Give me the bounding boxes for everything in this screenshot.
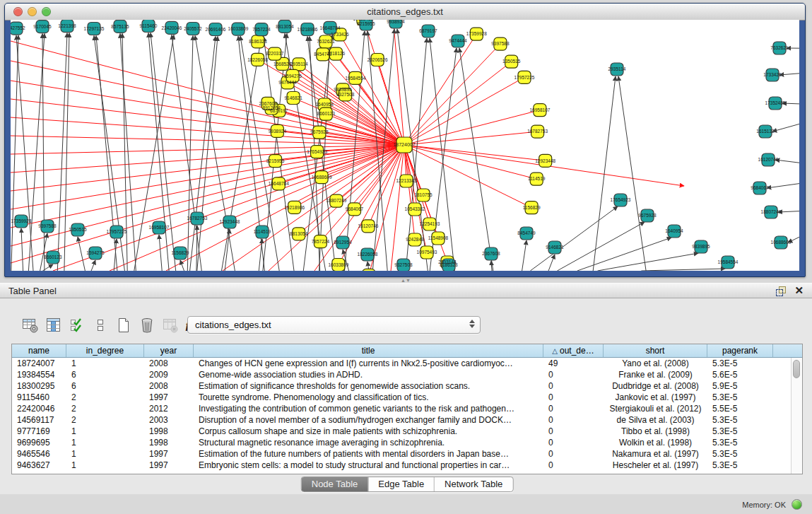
cell-name[interactable]: 9699695 — [12, 437, 66, 448]
cell-title[interactable]: Genome-wide association studies in ADHD. — [194, 369, 543, 380]
cell-out_degree[interactable]: 0 — [543, 426, 604, 437]
cell-name[interactable]: 18724007 — [12, 358, 66, 369]
cell-title[interactable]: Tourette syndrome. Phenomenology and cla… — [194, 392, 543, 403]
close-panel-icon[interactable]: ✕ — [794, 285, 804, 296]
cell-name[interactable]: 19384554 — [12, 369, 66, 380]
cell-title[interactable]: Corpus callosum shape and size in male p… — [194, 426, 543, 437]
cell-pagerank[interactable]: 5.9E-5 — [707, 380, 773, 392]
cell-year[interactable]: 2008 — [144, 358, 194, 369]
cell-year[interactable]: 1998 — [144, 426, 194, 437]
cell-name[interactable]: 9463627 — [12, 460, 66, 471]
cell-short[interactable]: Stergiakouli et al. (2012) — [604, 403, 707, 414]
cell-short[interactable]: Dudbridge et al. (2008) — [604, 380, 707, 392]
cell-title[interactable]: Disruption of a novel member of a sodium… — [194, 414, 543, 426]
cell-out_degree[interactable]: 0 — [543, 437, 604, 448]
vertical-scrollbar[interactable] — [791, 358, 802, 474]
cell-in_degree[interactable]: 1 — [66, 460, 144, 471]
cell-year[interactable]: 2008 — [144, 380, 194, 392]
column-header-in_degree[interactable]: in_degree — [66, 344, 144, 357]
cell-title[interactable]: Embryonic stem cells: a model to study s… — [194, 460, 543, 471]
new-column-button[interactable] — [114, 316, 133, 334]
cell-short[interactable]: Tibbo et al. (1998) — [604, 426, 707, 437]
cell-year[interactable]: 1997 — [144, 448, 194, 460]
table-row[interactable]: 1456911722003Disruption of a novel membe… — [12, 414, 802, 426]
scrollbar-thumb[interactable] — [793, 360, 800, 378]
cell-title[interactable]: Changes of HCN gene expression and I(f) … — [194, 358, 543, 369]
cell-name[interactable]: 9777169 — [12, 426, 66, 437]
select-all-button[interactable] — [68, 316, 86, 334]
column-header-pagerank[interactable]: pagerank — [707, 344, 773, 357]
cell-out_degree[interactable]: 0 — [543, 448, 604, 460]
table-row[interactable]: 946362711997Embryonic stem cells: a mode… — [12, 460, 802, 471]
cell-name[interactable]: 9115460 — [12, 392, 66, 403]
cell-name[interactable]: 14569117 — [12, 414, 66, 426]
cell-short[interactable]: Yano et al. (2008) — [604, 358, 707, 369]
cell-pagerank[interactable]: 5.3E-5 — [707, 437, 773, 448]
cell-name[interactable]: 22420046 — [12, 403, 66, 414]
table-selector[interactable]: citations_edges.txt — [187, 316, 481, 334]
cell-out_degree[interactable]: 0 — [543, 392, 604, 403]
cell-year[interactable]: 2009 — [144, 369, 194, 380]
cell-title[interactable]: Investigating the contribution of common… — [194, 403, 543, 414]
table-row[interactable]: 1872400712008Changes of HCN gene express… — [12, 358, 802, 369]
column-header-title[interactable]: title — [194, 344, 543, 357]
cell-year[interactable]: 1997 — [144, 392, 194, 403]
table-row[interactable]: 946554611997Estimation of the future num… — [12, 448, 802, 460]
cell-in_degree[interactable]: 2 — [66, 392, 144, 403]
network-canvas[interactable]: 1872400724055722069140616033809785722488… — [11, 20, 799, 271]
column-header-short[interactable]: short — [604, 344, 707, 357]
cell-in_degree[interactable]: 1 — [66, 358, 144, 369]
table-row[interactable]: 977716911998Corpus callosum shape and si… — [12, 426, 802, 437]
cell-short[interactable]: Jankovic et al. (1997) — [604, 392, 707, 403]
cell-pagerank[interactable]: 5.3E-5 — [707, 460, 773, 471]
cell-pagerank[interactable]: 5.6E-5 — [707, 369, 773, 380]
float-panel-icon[interactable] — [776, 286, 786, 296]
table-row[interactable]: 969969511998Structural magnetic resonanc… — [12, 437, 802, 448]
cell-short[interactable]: Franke et al. (2009) — [604, 369, 707, 380]
clear-selection-button[interactable] — [91, 316, 110, 334]
cell-name[interactable]: 18300295 — [12, 380, 66, 392]
table-row[interactable]: 2242004622012Investigating the contribut… — [12, 403, 802, 414]
cell-in_degree[interactable]: 6 — [66, 369, 144, 380]
cell-pagerank[interactable]: 5.3E-5 — [707, 448, 773, 460]
cell-year[interactable]: 2012 — [144, 403, 194, 414]
splitter-handle-icon[interactable]: ▲▼ — [399, 278, 412, 283]
cell-short[interactable]: Nakamura et al. (1997) — [604, 448, 707, 460]
cell-in_degree[interactable]: 6 — [66, 380, 144, 392]
memory-ok-indicator-icon[interactable] — [792, 499, 802, 510]
delete-table-button[interactable] — [161, 316, 180, 334]
cell-out_degree[interactable]: 0 — [543, 380, 604, 392]
cell-title[interactable]: Estimation of the future numbers of pati… — [194, 448, 543, 460]
cell-out_degree[interactable]: 0 — [543, 369, 604, 380]
cell-year[interactable]: 1997 — [144, 460, 194, 471]
cell-title[interactable]: Structural magnetic resonance image aver… — [194, 437, 543, 448]
citation-network-graph[interactable]: 1872400724055722069140616033809785722488… — [11, 20, 799, 271]
column-header-out_degree[interactable]: △out_de… — [543, 344, 604, 357]
cell-pagerank[interactable]: 5.3E-5 — [707, 414, 773, 426]
table-row[interactable]: 1938455462009Genome-wide association stu… — [12, 369, 802, 380]
cell-pagerank[interactable]: 5.3E-5 — [707, 358, 773, 369]
cell-out_degree[interactable]: 49 — [543, 358, 604, 369]
cell-year[interactable]: 2003 — [144, 414, 194, 426]
cell-short[interactable]: de Silva et al. (2003) — [604, 414, 707, 426]
column-header-name[interactable]: name — [12, 344, 66, 357]
tab-node-table[interactable]: Node Table — [302, 477, 368, 491]
cell-short[interactable]: Hescheler et al. (1997) — [604, 460, 707, 471]
table-settings-button[interactable] — [21, 316, 40, 334]
cell-out_degree[interactable]: 0 — [543, 403, 604, 414]
cell-out_degree[interactable]: 0 — [543, 460, 604, 471]
cell-pagerank[interactable]: 5.5E-5 — [707, 403, 773, 414]
table-row[interactable]: 1830029562008Estimation of significance … — [12, 380, 802, 392]
cell-out_degree[interactable]: 0 — [543, 414, 604, 426]
cell-pagerank[interactable]: 5.3E-5 — [707, 426, 773, 437]
window-titlebar[interactable]: citations_edges.txt — [5, 4, 805, 21]
cell-title[interactable]: Estimation of significance thresholds fo… — [194, 380, 543, 392]
cell-in_degree[interactable]: 1 — [66, 448, 144, 460]
tab-edge-table[interactable]: Edge Table — [367, 477, 434, 491]
cell-in_degree[interactable]: 1 — [66, 426, 144, 437]
column-header-year[interactable]: year — [144, 344, 194, 357]
cell-in_degree[interactable]: 2 — [66, 403, 144, 414]
delete-column-button[interactable] — [138, 316, 156, 334]
cell-name[interactable]: 9465546 — [12, 448, 66, 460]
tab-network-table[interactable]: Network Table — [434, 477, 512, 491]
